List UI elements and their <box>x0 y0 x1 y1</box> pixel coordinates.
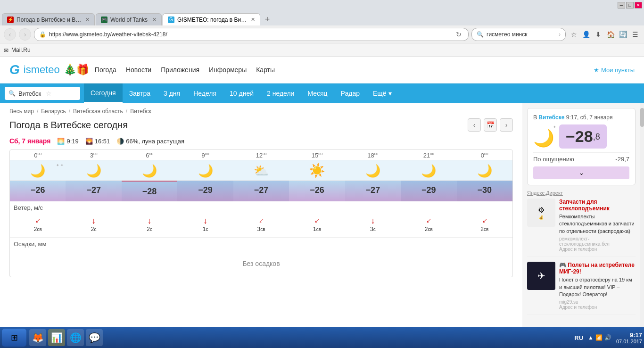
tab-3-label: GISMETEO: погода в Вите... <box>177 17 248 23</box>
maximize-btn[interactable]: □ <box>626 2 634 8</box>
weather-grid: 000 300 600 900 1200 1500 1800 2100 000 … <box>9 149 513 277</box>
back-btn[interactable]: ‹ <box>4 28 16 41</box>
start-button[interactable]: ⊞ <box>2 329 26 347</box>
ad-item-1: ⚙💰 Запчасти для стеклоподъемник Ремкомпл… <box>527 199 636 257</box>
nav-bar: ‹ › 🔒 https://www.gismeteo.by/weather-vi… <box>0 25 644 43</box>
ad-item-2: ✈ 🎮 Полеты на истребителе МИГ-29! Полет … <box>527 262 636 315</box>
bookmark-mail[interactable]: ✉ Mail.Ru <box>4 47 31 53</box>
sunset-time: 16:51 <box>95 138 110 145</box>
icon-5: ☀️ <box>289 160 345 180</box>
nav-karty[interactable]: Карты <box>256 66 275 74</box>
menu-icon[interactable]: ☰ <box>630 29 640 40</box>
icon-0: 🌙 ✦ ✦ <box>10 160 66 180</box>
taskbar-app-2[interactable]: 📊 <box>48 329 65 346</box>
bookmark-star-icon[interactable]: ☆ <box>569 29 579 40</box>
sidebar-expand-btn[interactable]: ⌄ <box>533 166 629 179</box>
taskbar-apps: 🦊 📊 🌐 💬 <box>29 329 103 346</box>
home-icon[interactable]: 🏠 <box>605 29 616 40</box>
minimize-btn[interactable]: ─ <box>618 2 625 8</box>
icon-row: 🌙 ✦ ✦ 🌙 🌙 🌙 ⛅ <box>10 160 512 181</box>
tab-tomorrow[interactable]: Завтра <box>123 83 157 103</box>
nav-icons: ☆ 👤 ⬇ 🏠 🔄 ☰ <box>569 29 640 40</box>
taskbar-right: RU ▲ 📶 🔊 9:17 07.01.2017 <box>574 331 642 344</box>
sidebar-location-time: В Витебске 9:17, сб, 7 января <box>533 114 629 121</box>
tab-3-close[interactable]: ✕ <box>251 17 255 23</box>
sync-icon[interactable]: 🔄 <box>618 29 628 40</box>
prev-day-btn[interactable]: ‹ <box>468 118 481 132</box>
scrollbar-thumb[interactable] <box>640 108 644 127</box>
expand-chevron-icon: ⌄ <box>579 169 584 176</box>
ad-1-title-normal: Запчасти для <box>559 199 597 205</box>
download-icon[interactable]: ⬇ <box>593 29 603 40</box>
my-points-btn[interactable]: ★ Мои пункты <box>594 66 635 74</box>
search-bar[interactable]: 🔍 гисметео минск › <box>471 28 566 41</box>
next-day-btn[interactable]: › <box>500 118 513 132</box>
sunrise-icon: 🌅 <box>57 138 65 145</box>
tab-2weeks[interactable]: 2 недели <box>260 83 301 103</box>
ad-1-text: Запчасти для стеклоподъемник Ремкомплект… <box>559 199 636 252</box>
breadcrumb-sep-3: / <box>126 108 127 115</box>
site-logo[interactable]: Gismeteo 🎄🎁 <box>9 62 89 77</box>
icon-6: 🌙 <box>345 160 401 180</box>
search-go-icon[interactable]: › <box>559 31 561 38</box>
breadcrumb-belarus[interactable]: Беларусь <box>41 108 66 115</box>
sidebar-feels: По ощущению -29,7 <box>533 152 629 163</box>
yandex-direct-label[interactable]: Яндекс.Директ <box>527 190 636 196</box>
more-chevron-icon: ▾ <box>388 90 392 97</box>
nav-pogoda[interactable]: Погода <box>95 66 116 74</box>
ad-2-url: mig29.su <box>559 299 636 305</box>
wind-arrow-3: ↓ <box>178 216 232 226</box>
tab-2[interactable]: 🎮 World of Tanks ✕ <box>96 13 162 25</box>
breadcrumb-vitebsk[interactable]: Витебск <box>130 108 151 115</box>
tab-1[interactable]: ⚡ Погода в Витебске и Вите... ✕ <box>2 13 95 25</box>
breadcrumb-vitebsk-oblast[interactable]: Витебская область <box>73 108 123 115</box>
calendar-btn[interactable]: 📅 <box>484 118 497 132</box>
taskbar-skype[interactable]: 💬 <box>86 329 103 346</box>
sunset-icon: 🌄 <box>85 138 93 145</box>
site-header: Gismeteo 🎄🎁 Погода Новости Приложения Ин… <box>0 57 644 83</box>
nav-informery[interactable]: Информеры <box>209 66 247 74</box>
close-btn[interactable]: ✕ <box>635 2 642 8</box>
forward-btn[interactable]: › <box>19 28 31 41</box>
tab-2-favicon: 🎮 <box>101 17 107 23</box>
precip-label: Осадки, мм <box>14 240 46 248</box>
scrollbar[interactable] <box>640 103 644 348</box>
tab-3[interactable]: G GISMETEO: погода в Вите... ✕ <box>163 13 260 25</box>
no-precip: Без осадков <box>10 250 512 277</box>
wind-arrow-1: ↓ <box>66 216 120 226</box>
ad-1-image: ⚙💰 <box>527 199 555 227</box>
url-bar[interactable]: 🔒 https://www.gismeteo.by/weather-vitebs… <box>34 28 469 41</box>
city-favorite-icon[interactable]: ☆ <box>46 90 52 97</box>
tab-radar[interactable]: Радар <box>334 83 366 103</box>
wind-speed-6: 3с <box>370 226 376 232</box>
tab-1-close[interactable]: ✕ <box>85 17 90 23</box>
ad-2-title[interactable]: 🎮 Полеты на истребителе МИГ-29! <box>559 262 636 275</box>
tab-2-label: World of Tanks <box>110 17 148 23</box>
wind-5: ↑ 1св <box>289 214 345 234</box>
lock-icon: 🔒 <box>39 31 46 38</box>
title-bar: ─ □ ✕ <box>0 0 644 10</box>
temp-2: −28 <box>122 181 177 201</box>
tray-arrow-icon[interactable]: ▲ <box>588 334 594 341</box>
breadcrumb: Весь мир / Беларусь / Витебская область … <box>9 108 513 115</box>
new-tab-btn[interactable]: + <box>261 13 273 25</box>
breadcrumb-world[interactable]: Весь мир <box>9 108 34 115</box>
refresh-btn[interactable]: ↻ <box>454 30 463 39</box>
date-label: Сб, 7 января <box>9 137 50 145</box>
wind-arrow-2: ↓ <box>123 216 176 226</box>
tab-more[interactable]: Ещё ▾ <box>366 83 398 103</box>
tab-2-close[interactable]: ✕ <box>152 17 157 23</box>
tab-10days[interactable]: 10 дней <box>223 83 260 103</box>
taskbar-firefox[interactable]: 🦊 <box>29 329 46 346</box>
ad-1-title[interactable]: Запчасти для стеклоподъемник <box>559 199 636 212</box>
city-search-box[interactable]: 🔍 Витебск ☆ <box>5 87 80 100</box>
taskbar-chrome[interactable]: 🌐 <box>67 329 84 346</box>
nav-prilozhenia[interactable]: Приложения <box>161 66 199 74</box>
tab-today[interactable]: Сегодня <box>84 83 123 103</box>
temp-1: −27 <box>66 181 121 201</box>
tab-week[interactable]: Неделя <box>187 83 223 103</box>
tab-month[interactable]: Месяц <box>301 83 334 103</box>
reading-mode-icon[interactable]: 👤 <box>581 29 591 40</box>
tab-3days[interactable]: 3 дня <box>157 83 187 103</box>
nav-novosti[interactable]: Новости <box>126 66 151 74</box>
